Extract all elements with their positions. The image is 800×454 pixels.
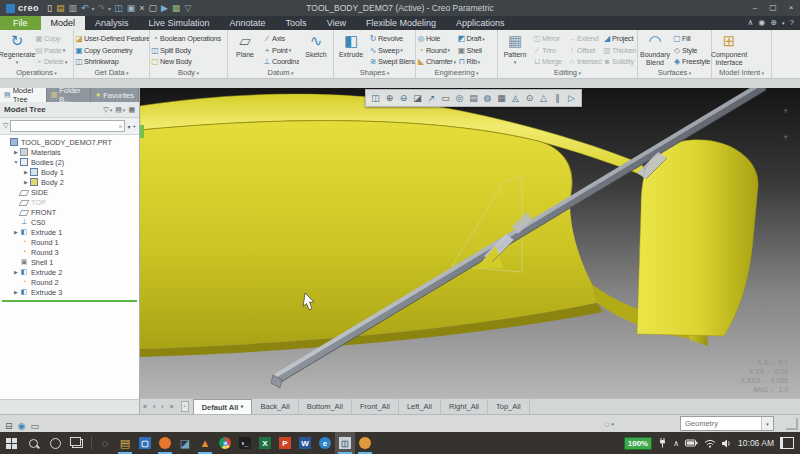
view-tab-left-all[interactable]: Left_All bbox=[399, 399, 441, 414]
group-label-operations[interactable]: Operations ▾ bbox=[0, 68, 73, 78]
user-defined-feature-button[interactable]: ◪User-Defined Feature bbox=[74, 33, 149, 45]
tree-item[interactable]: ▶◧Extrude 2 bbox=[0, 267, 139, 277]
find-icon[interactable]: ◌ bbox=[604, 419, 609, 429]
help-icon[interactable]: ? bbox=[790, 16, 794, 30]
new-file-icon[interactable]: ▯ bbox=[45, 0, 54, 16]
start-button[interactable] bbox=[0, 432, 22, 454]
tree-item[interactable]: ▶◧Extrude 1 bbox=[0, 227, 139, 237]
freestyle-button[interactable]: ◈Freestyle bbox=[672, 56, 711, 68]
view-tab-back-all[interactable]: Back_All bbox=[252, 399, 298, 414]
axis-button[interactable]: ∕Axis bbox=[262, 33, 299, 45]
tree-columns-icon[interactable]: ▤ bbox=[115, 106, 122, 114]
user-account-icon[interactable]: ◉ bbox=[758, 16, 765, 30]
last-view-button[interactable]: » bbox=[167, 403, 177, 410]
split-body-button[interactable]: ◫Split Body bbox=[150, 45, 227, 57]
boolean-operations-button[interactable]: ◔Boolean Operations bbox=[150, 33, 227, 45]
tree-item[interactable]: FRONT bbox=[0, 207, 139, 217]
find-dropdown-arrow[interactable]: ▾ bbox=[611, 421, 614, 427]
hole-button[interactable]: ◎Hole bbox=[416, 33, 457, 45]
tree-item[interactable]: TOOL_BODY_DEMO7.PRT bbox=[0, 137, 139, 147]
tab-annotate[interactable]: Annotate bbox=[220, 16, 276, 30]
search-app-taskbar-button[interactable]: ◌ bbox=[95, 432, 115, 454]
next-view-button[interactable]: › bbox=[158, 403, 166, 410]
tab-flexible-modeling[interactable]: Flexible Modeling bbox=[356, 16, 446, 30]
chamfer-button[interactable]: ◣Chamfer▾ bbox=[416, 56, 457, 68]
shell-button[interactable]: ▣Shell bbox=[457, 45, 498, 57]
rib-dropdown-arrow[interactable]: ▾ bbox=[478, 59, 480, 65]
play-icon[interactable]: ▶ bbox=[159, 0, 170, 16]
window-display-icon[interactable]: ▣ bbox=[125, 0, 138, 16]
task-view-button[interactable] bbox=[66, 432, 88, 454]
plane-button[interactable]: ▱Plane bbox=[228, 31, 262, 59]
tree-item[interactable]: ▼Bodies (2) bbox=[0, 157, 139, 167]
tree-filters-icon[interactable]: ▽ bbox=[103, 106, 108, 114]
tree-item[interactable]: ▶Materials bbox=[0, 147, 139, 157]
save-icon[interactable]: ▥ bbox=[66, 0, 79, 16]
tree-item[interactable]: ▶◧Extrude 3 bbox=[0, 287, 139, 297]
view-tab-front-all[interactable]: Front_All bbox=[352, 399, 399, 414]
pause-icon[interactable]: ∥ bbox=[551, 91, 564, 105]
round-button[interactable]: ◔Round▾ bbox=[416, 45, 457, 57]
search-options-dropdown[interactable]: ▾ bbox=[127, 123, 130, 130]
sweep-button[interactable]: ∿Sweep▾ bbox=[368, 45, 415, 57]
annotation-display-icon[interactable]: ◬ bbox=[509, 91, 522, 105]
tree-item[interactable]: ◔Round 3 bbox=[0, 247, 139, 257]
insert-here-indicator[interactable] bbox=[2, 300, 137, 302]
tray-app-taskbar-button[interactable] bbox=[355, 432, 375, 454]
sweep-dropdown-arrow[interactable]: ▾ bbox=[400, 47, 402, 53]
point-button[interactable]: +Point▾ bbox=[262, 45, 299, 57]
refit-icon[interactable]: ◫ bbox=[369, 91, 382, 105]
group-label-surfaces[interactable]: Surfaces ▾ bbox=[638, 68, 711, 78]
navigator-tab-folder-browser[interactable]: ▥Folder B... bbox=[47, 88, 91, 102]
group-menu-arrow[interactable]: ▾ bbox=[687, 70, 691, 76]
expand-arrow-icon[interactable]: ▶ bbox=[12, 229, 20, 235]
view-tab-right-all[interactable]: Right_All bbox=[441, 399, 488, 414]
coordinate-system-button[interactable]: ⊥Coordinate System bbox=[262, 56, 299, 68]
spin-center-icon[interactable]: ⊙ bbox=[523, 91, 536, 105]
group-menu-arrow[interactable]: ▾ bbox=[195, 70, 199, 76]
view-tab-top-all[interactable]: Top_All bbox=[488, 399, 530, 414]
close-button[interactable]: × bbox=[782, 0, 800, 16]
tree-search-box[interactable]: × bbox=[10, 120, 125, 132]
tree-item[interactable]: ⊥CS0 bbox=[0, 217, 139, 227]
undo-icon[interactable]: ↶ bbox=[79, 0, 91, 16]
new-body-button[interactable]: ▢New Body bbox=[150, 56, 227, 68]
project-button[interactable]: ◢Project bbox=[602, 33, 637, 45]
fill-button[interactable]: ▢Fill bbox=[672, 33, 711, 45]
file-explorer-taskbar-button[interactable]: ▤ bbox=[115, 432, 135, 454]
repaint-icon[interactable]: ◪ bbox=[411, 91, 424, 105]
navigator-tab-model-tree[interactable]: ▤Model Tree bbox=[0, 88, 47, 102]
perspective-icon[interactable]: △ bbox=[537, 91, 550, 105]
draft-button[interactable]: ◩Draft▾ bbox=[457, 33, 498, 45]
speaker-icon[interactable] bbox=[722, 439, 732, 448]
firefox-taskbar-button[interactable] bbox=[155, 432, 175, 454]
sketch-button[interactable]: ∿Sketch bbox=[299, 31, 333, 59]
draft-dropdown-arrow[interactable]: ▾ bbox=[482, 36, 484, 42]
tree-columns-arrow[interactable]: ▾ bbox=[123, 107, 126, 113]
terminal-taskbar-button[interactable]: ›_ bbox=[235, 432, 255, 454]
tree-settings-icon[interactable]: ▦ bbox=[128, 106, 135, 114]
battery-icon[interactable] bbox=[685, 439, 698, 447]
zoom-in-icon[interactable]: ⊕ bbox=[383, 91, 396, 105]
tab-tools[interactable]: Tools bbox=[276, 16, 317, 30]
photos-app-taskbar-button[interactable]: ▢ bbox=[135, 432, 155, 454]
revolve-button[interactable]: ↻Revolve bbox=[368, 33, 415, 45]
open-file-icon[interactable]: ▤ bbox=[54, 0, 67, 16]
extrude-button[interactable]: ◧Extrude bbox=[334, 31, 368, 59]
view-list-button[interactable]: ▫ bbox=[181, 401, 189, 412]
tab-analysis[interactable]: Analysis bbox=[85, 16, 139, 30]
action-center-icon[interactable] bbox=[780, 437, 794, 449]
community-icon[interactable]: ⊕ bbox=[770, 16, 777, 30]
pattern-dropdown-arrow[interactable]: ▾ bbox=[514, 59, 517, 65]
expand-arrow-icon[interactable]: ▶ bbox=[12, 269, 20, 275]
expand-arrow-icon[interactable]: ▶ bbox=[22, 169, 30, 175]
datum-display-icon[interactable]: ▦ bbox=[495, 91, 508, 105]
expand-arrow-icon[interactable]: ▶ bbox=[22, 179, 30, 185]
collapse-ribbon-icon[interactable]: ∧ bbox=[747, 16, 753, 30]
close-window-icon[interactable]: × bbox=[137, 0, 146, 16]
tree-search-input[interactable] bbox=[11, 122, 118, 130]
onedrive-app-taskbar-button[interactable]: ◪ bbox=[175, 432, 195, 454]
plug-icon[interactable] bbox=[658, 438, 667, 449]
rib-button[interactable]: ⊓Rib▾ bbox=[457, 56, 498, 68]
copy-geometry-button[interactable]: ▣Copy Geometry bbox=[74, 45, 149, 57]
